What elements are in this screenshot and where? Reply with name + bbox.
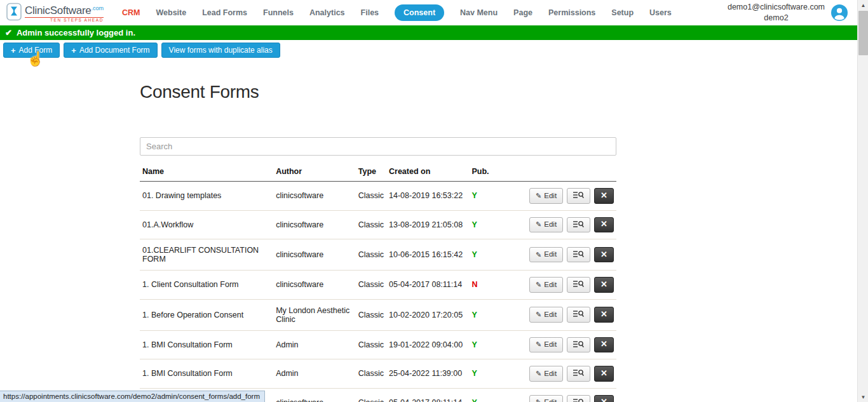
form-type: Classic — [356, 271, 386, 300]
form-name: 1. BMI Consultation Form — [140, 330, 273, 359]
x-icon: ✕ — [600, 250, 607, 259]
form-author: Admin — [273, 330, 356, 359]
status-bar-url: https://appointments.clinicsoftware.com/… — [0, 391, 265, 402]
nav-item-permissions[interactable]: Permissions — [548, 8, 595, 17]
edit-button[interactable]: ✎ Edit — [529, 307, 563, 323]
form-created-on: 05-04-2017 08:11:14 — [386, 271, 469, 300]
x-icon: ✕ — [600, 191, 607, 200]
delete-button[interactable]: ✕ — [594, 247, 614, 263]
form-author: clinicsoftware — [273, 210, 356, 239]
delete-button[interactable]: ✕ — [594, 188, 614, 204]
view-entries-button[interactable] — [567, 217, 590, 233]
view-entries-button[interactable] — [567, 247, 590, 263]
list-search-icon — [573, 220, 584, 230]
view-entries-button[interactable] — [567, 277, 590, 293]
nav-item-files[interactable]: Files — [361, 8, 379, 17]
col-header-actions — [522, 161, 616, 182]
delete-button[interactable]: ✕ — [594, 217, 614, 233]
scroll-down-arrow-icon[interactable]: ▼ — [858, 392, 868, 402]
delete-button[interactable]: ✕ — [594, 337, 614, 353]
form-author: clinicsoftware — [273, 239, 356, 271]
clinicsoftware-logo[interactable]: ClinicSoftware.com TEN STEPS AHEAD — [6, 3, 113, 23]
x-icon: ✕ — [600, 397, 607, 402]
top-navigation: ClinicSoftware.com TEN STEPS AHEAD CRM W… — [0, 0, 868, 25]
view-entries-button[interactable] — [567, 188, 590, 204]
form-author: clinicsoftware — [273, 182, 356, 211]
consent-forms-table: Name Author Type Created on Pub. 01. Dra… — [140, 161, 616, 402]
delete-button[interactable]: ✕ — [594, 366, 614, 382]
account-email: demo1@clinicsoftware.com — [728, 2, 825, 13]
edit-label: Edit — [544, 221, 557, 229]
nav-item-website[interactable]: Website — [156, 8, 186, 17]
user-avatar-icon[interactable] — [831, 4, 848, 21]
table-row: 1. BMI Consultation Form Admin Classic 2… — [140, 359, 616, 389]
delete-button[interactable]: ✕ — [594, 395, 614, 402]
form-published-flag: N — [469, 271, 522, 300]
vertical-scrollbar[interactable]: ▲ ▼ — [857, 0, 868, 402]
view-entries-button[interactable] — [567, 366, 590, 382]
hourglass-logo-icon — [6, 3, 22, 23]
edit-label: Edit — [544, 370, 557, 378]
nav-item-crm[interactable]: CRM — [122, 8, 140, 17]
view-entries-button[interactable] — [567, 307, 590, 323]
add-document-form-label: Add Document Form — [79, 46, 150, 55]
row-actions: ✎ Edit — [522, 299, 616, 330]
form-type: Classic — [356, 299, 386, 330]
nav-item-nav-menu[interactable]: Nav Menu — [460, 8, 498, 17]
row-actions: ✎ Edit — [522, 210, 616, 239]
list-search-icon — [573, 280, 584, 290]
edit-button[interactable]: ✎ Edit — [529, 247, 563, 263]
view-entries-button[interactable] — [567, 337, 590, 353]
pencil-icon: ✎ — [536, 341, 541, 348]
edit-button[interactable]: ✎ Edit — [529, 395, 563, 402]
list-search-icon — [573, 191, 584, 201]
nav-item-consent[interactable]: Consent — [395, 4, 444, 21]
row-actions: ✎ Edit — [522, 182, 616, 211]
view-entries-button[interactable] — [567, 395, 590, 402]
nav-item-lead-forms[interactable]: Lead Forms — [202, 8, 247, 17]
scroll-up-arrow-icon[interactable]: ▲ — [858, 0, 868, 10]
nav-item-funnels[interactable]: Funnels — [263, 8, 294, 17]
form-author: My London Aesthetic Clinic — [273, 299, 356, 330]
edit-button[interactable]: ✎ Edit — [529, 277, 563, 293]
x-icon: ✕ — [600, 368, 607, 378]
form-published-flag: Y — [469, 359, 522, 389]
x-icon: ✕ — [600, 279, 607, 289]
page-title: Consent Forms — [140, 82, 616, 102]
search-input[interactable] — [140, 137, 616, 156]
table-row: 1. BMI Consultation Form Admin Classic 1… — [140, 330, 616, 359]
col-header-author: Author — [273, 161, 356, 182]
edit-button[interactable]: ✎ Edit — [529, 188, 563, 204]
edit-button[interactable]: ✎ Edit — [529, 337, 563, 353]
nav-item-users[interactable]: Users — [649, 8, 672, 17]
add-document-form-button[interactable]: + Add Document Form — [64, 43, 157, 58]
mouse-cursor-pointer: ☝ — [27, 51, 44, 67]
list-search-icon — [573, 250, 584, 260]
edit-button[interactable]: ✎ Edit — [529, 366, 563, 382]
nav-item-setup[interactable]: Setup — [611, 8, 634, 17]
table-row: 1. Client Consultation Form clinicsoftwa… — [140, 271, 616, 300]
logo-text: ClinicSoftware.com TEN STEPS AHEAD — [25, 3, 104, 23]
nav-item-page[interactable]: Page — [513, 8, 532, 17]
pencil-icon: ✎ — [536, 281, 541, 288]
success-banner: ✔ Admin successfully logged in. — [0, 25, 857, 40]
account-name: demo2 — [764, 13, 788, 24]
delete-button[interactable]: ✕ — [594, 277, 614, 293]
form-published-flag: Y — [469, 210, 522, 239]
scrollbar-thumb[interactable] — [858, 11, 868, 55]
form-name: 1. BMI Consultation Form — [140, 359, 273, 389]
banner-message: Admin successfully logged in. — [17, 28, 135, 37]
form-created-on: 10-06-2015 16:15:42 — [386, 239, 469, 271]
view-duplicate-alias-label: View forms with duplicate alias — [169, 46, 273, 55]
logo-suffix: .com — [91, 4, 104, 11]
edit-button[interactable]: ✎ Edit — [529, 217, 563, 233]
table-header-row: Name Author Type Created on Pub. — [140, 161, 616, 182]
delete-button[interactable]: ✕ — [594, 307, 614, 323]
view-duplicate-alias-button[interactable]: View forms with duplicate alias — [161, 43, 280, 58]
edit-label: Edit — [544, 192, 557, 200]
table-row: 01.A.Workflow clinicsoftware Classic 13-… — [140, 210, 616, 239]
nav-item-analytics[interactable]: Analytics — [309, 8, 345, 17]
form-name: 01. Drawing templates — [140, 182, 273, 211]
edit-label: Edit — [544, 311, 557, 319]
form-name: 1. Client Consultation Form — [140, 271, 273, 300]
